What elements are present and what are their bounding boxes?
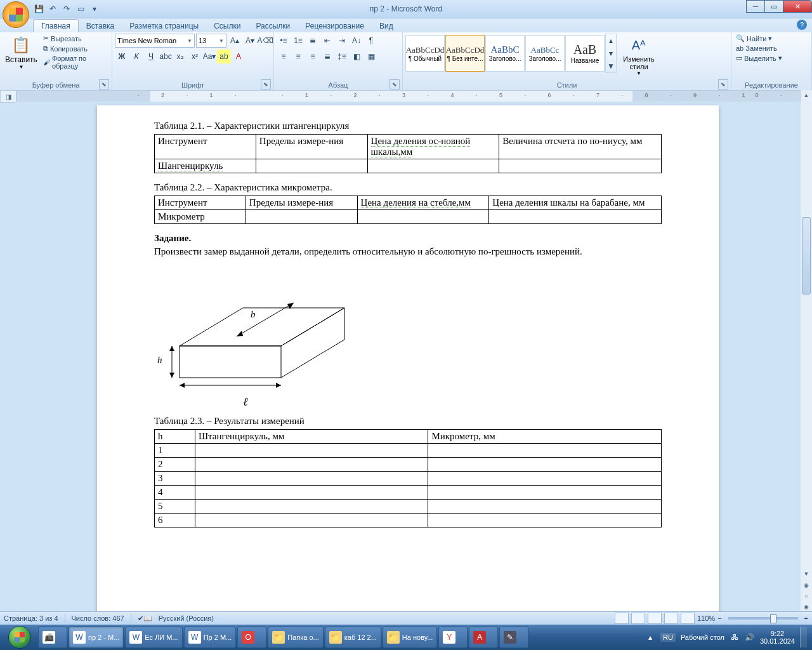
status-language[interactable]: Русский (Россия) [159, 614, 214, 622]
minimize-button[interactable]: ─ [746, 0, 765, 13]
highlight-button[interactable]: ab [217, 50, 231, 63]
subscript-button[interactable]: x₂ [173, 50, 187, 63]
horizontal-ruler[interactable]: · 2 · 1 · · 1 · 2 · 3 · 4 · 5 · 6 · 7 · … [16, 90, 801, 103]
shrink-font[interactable]: A▾ [243, 34, 257, 48]
tab-insert[interactable]: Вставка [79, 20, 122, 32]
font-color-button[interactable]: A [232, 50, 246, 63]
taskbar-item-4[interactable]: 📁Папка о... [268, 627, 324, 648]
scroll-down[interactable]: ▼ [801, 569, 812, 579]
taskbar-item-0[interactable]: Wпр 2 - M... [69, 627, 124, 648]
view-draft[interactable] [681, 613, 695, 624]
multilevel-button[interactable]: ≣ [306, 34, 320, 48]
browse-object[interactable]: ○ [801, 591, 812, 601]
view-web-layout[interactable] [648, 613, 662, 624]
bullets-button[interactable]: •≡ [277, 34, 291, 48]
find-button[interactable]: 🔍Найти ▾ [734, 34, 784, 43]
clear-formatting[interactable]: A⌫ [258, 34, 272, 48]
tab-view[interactable]: Вид [372, 20, 401, 32]
tray-sound-icon[interactable]: 🔊 [745, 632, 755, 642]
tab-home[interactable]: Главная [33, 19, 79, 32]
increase-indent[interactable]: ⇥ [335, 34, 349, 48]
borders-button[interactable]: ▦ [364, 50, 378, 63]
tab-review[interactable]: Рецензирование [298, 20, 372, 32]
tray-clock[interactable]: 9:22 30.01.2024 [760, 630, 795, 645]
show-marks-button[interactable]: ¶ [364, 34, 378, 48]
qat-redo[interactable]: ↷ [61, 3, 72, 15]
qat-new[interactable]: ▭ [75, 3, 86, 15]
align-justify[interactable]: ≣ [320, 50, 334, 63]
align-left[interactable]: ≡ [277, 50, 291, 63]
taskbar-item-3[interactable]: O [237, 627, 266, 648]
zoom-out[interactable]: − [717, 614, 721, 622]
tab-references[interactable]: Ссылки [206, 20, 248, 32]
status-page[interactable]: Страница: 3 из 4 [4, 614, 58, 622]
style-heading1[interactable]: AaBbCЗаголово... [485, 35, 525, 72]
zoom-level[interactable]: 110% [697, 614, 715, 622]
zoom-slider[interactable] [728, 617, 798, 620]
view-full-screen[interactable] [631, 613, 645, 624]
styles-row-down[interactable]: ▾ [606, 47, 616, 60]
style-heading2[interactable]: AaBbCcЗаголово... [525, 35, 565, 72]
superscript-button[interactable]: x² [188, 50, 202, 63]
paragraph-launcher[interactable]: ⬊ [390, 79, 400, 90]
qat-save[interactable]: 💾 [33, 3, 44, 15]
sort-button[interactable]: A↓ [350, 34, 363, 48]
tray-language[interactable]: RU [660, 633, 676, 642]
font-name-combo[interactable]: Times New Roman▼ [115, 34, 195, 48]
styles-launcher[interactable]: ⬊ [718, 79, 728, 90]
view-print-layout[interactable] [615, 613, 629, 624]
close-button[interactable]: ✕ [783, 0, 812, 13]
taskbar-item-2[interactable]: WПр 2 М... [184, 627, 237, 648]
decrease-indent[interactable]: ⇤ [320, 34, 334, 48]
underline-button[interactable]: Ч [144, 50, 158, 63]
document-viewport[interactable]: Таблица 2.1. – Характеристики штангенцир… [15, 102, 801, 612]
taskbar-item-1[interactable]: WЕс ЛИ М... [125, 627, 182, 648]
tray-network-icon[interactable]: 🖧 [730, 632, 740, 642]
start-button[interactable] [3, 625, 37, 649]
line-spacing[interactable]: ‡≡ [335, 50, 349, 63]
show-desktop-button[interactable] [800, 627, 807, 647]
taskbar-item-6[interactable]: 📁На нову... [383, 627, 437, 648]
strike-button[interactable]: abc [159, 50, 173, 63]
taskbar-item-5[interactable]: 📁каб 12 2... [325, 627, 381, 648]
align-center[interactable]: ≡ [291, 50, 305, 63]
vertical-scrollbar[interactable]: ▲ ▼ ◉ ○ ◉ [800, 90, 812, 612]
styles-more[interactable]: ▼ [606, 60, 616, 72]
qat-customize[interactable]: ▾ [89, 3, 100, 15]
cut-button[interactable]: ✂Вырезать [41, 34, 109, 43]
clipboard-launcher[interactable]: ⬊ [99, 79, 109, 90]
help-button[interactable]: ? [797, 20, 807, 30]
taskbar-item-8[interactable]: A [469, 627, 498, 648]
maximize-button[interactable]: ▭ [764, 0, 783, 13]
taskbar-item-9[interactable]: ✎ [499, 627, 528, 648]
scroll-thumb[interactable] [802, 217, 811, 295]
status-words[interactable]: Число слов: 467 [72, 614, 124, 622]
change-case-button[interactable]: Aa▾ [202, 50, 216, 63]
tray-desktop-label[interactable]: Рабочий стол [681, 633, 724, 641]
shading-button[interactable]: ◧ [350, 50, 363, 63]
prev-page[interactable]: ◉ [801, 580, 812, 590]
tab-page-layout[interactable]: Разметка страницы [122, 20, 206, 32]
replace-button[interactable]: abЗаменить [734, 44, 784, 53]
style-normal[interactable]: AaBbCcDd¶ Обычный [405, 35, 445, 72]
scroll-up[interactable]: ▲ [801, 90, 812, 100]
format-painter-button[interactable]: 🖌Формат по образцу [41, 54, 109, 70]
styles-row-up[interactable]: ▴ [606, 34, 616, 47]
taskbar-pinned-0[interactable]: 📠 [38, 627, 67, 648]
bold-button[interactable]: Ж [115, 50, 129, 63]
select-button[interactable]: ▭Выделить ▾ [734, 53, 784, 63]
next-page[interactable]: ◉ [801, 602, 812, 612]
grow-font[interactable]: A▴ [228, 34, 242, 48]
font-size-combo[interactable]: 13▼ [196, 34, 226, 48]
align-right[interactable]: ≡ [306, 50, 320, 63]
view-outline[interactable] [664, 613, 678, 624]
numbering-button[interactable]: 1≡ [291, 34, 305, 48]
font-launcher[interactable]: ⬊ [261, 79, 271, 90]
ruler-toggle[interactable]: ◨ [0, 90, 16, 103]
tray-show-hidden[interactable]: ▴ [645, 632, 655, 642]
taskbar-item-7[interactable]: Y [438, 627, 468, 648]
style-title[interactable]: АаВНазвание [565, 35, 605, 72]
change-styles-button[interactable]: Aᴬ Изменить стили ▼ [618, 34, 660, 77]
zoom-in[interactable]: + [804, 614, 808, 622]
copy-button[interactable]: ⧉Копировать [41, 44, 109, 53]
